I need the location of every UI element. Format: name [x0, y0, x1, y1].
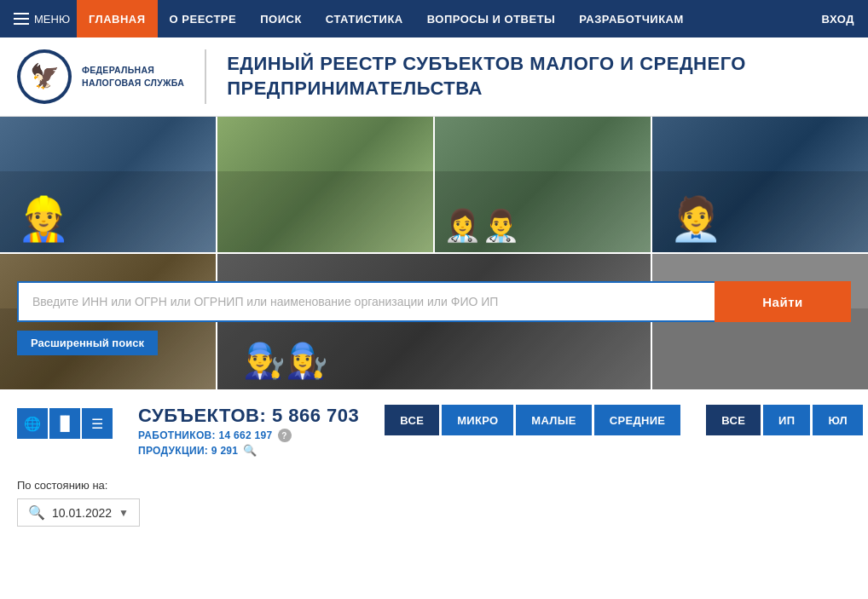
menu-label: МЕНЮ — [34, 13, 70, 26]
date-search-icon: 🔍 — [28, 504, 45, 521]
filter-tab-ip[interactable]: ИП — [763, 405, 810, 435]
filter-tab-small[interactable]: МАЛЫЕ — [516, 405, 591, 435]
photo-1 — [0, 117, 216, 252]
date-section: По состоянию на: 🔍 10.01.2022 ▼ — [0, 465, 868, 544]
workers-info-icon[interactable]: ? — [278, 429, 292, 442]
size-filter-tabs: ВСЕ МИКРО МАЛЫЕ СРЕДНИЕ — [385, 405, 680, 435]
date-value: 10.01.2022 — [52, 506, 112, 520]
view-chart-button[interactable]: ▐▌ — [49, 408, 80, 439]
photo-2 — [217, 117, 433, 252]
chart-icon: ▐▌ — [55, 416, 75, 431]
view-list-button[interactable]: ☰ — [82, 408, 113, 439]
nav-item-dev[interactable]: РАЗРАБОТЧИКАМ — [567, 0, 696, 37]
photo-mosaic: Найти Расширенный поиск — [0, 117, 868, 389]
stats-section: 🌐 ▐▌ ☰ СУБЪЕКТОВ: 5 866 703 РАБОТНИКОВ: … — [0, 389, 868, 465]
filter-tab-all[interactable]: ВСЕ — [385, 405, 439, 435]
type-filter-tabs: ВСЕ ИП ЮЛ — [706, 405, 863, 435]
filter-tab-ul[interactable]: ЮЛ — [813, 405, 863, 435]
view-globe-button[interactable]: 🌐 — [17, 408, 48, 439]
workers-line: РАБОТНИКОВ: 14 662 197 ? — [138, 429, 359, 442]
date-label: По состоянию на: — [17, 479, 851, 492]
search-button[interactable]: Найти — [715, 281, 851, 322]
nav-item-faq[interactable]: ВОПРОСЫ И ОТВЕТЫ — [415, 0, 568, 37]
search-overlay: Найти Расширенный поиск — [17, 281, 851, 355]
globe-icon: 🌐 — [24, 416, 41, 432]
date-selector[interactable]: 🔍 10.01.2022 ▼ — [17, 498, 140, 527]
search-row: Найти — [17, 281, 851, 322]
page-header: 🦅 ФЕДЕРАЛЬНАЯНАЛОГОВАЯ СЛУЖБА ЕДИНЫЙ РЕЕ… — [0, 37, 868, 117]
menu-button[interactable]: МЕНЮ — [14, 13, 70, 26]
view-toggle: 🌐 ▐▌ ☰ — [17, 408, 113, 439]
chevron-down-icon: ▼ — [119, 507, 129, 519]
stats-numbers: СУБЪЕКТОВ: 5 866 703 РАБОТНИКОВ: 14 662 … — [138, 405, 359, 457]
filter-tab-micro[interactable]: МИКРО — [442, 405, 513, 435]
logo-circle: 🦅 — [17, 49, 72, 104]
photo-3 — [435, 117, 651, 252]
logo-text: ФЕДЕРАЛЬНАЯНАЛОГОВАЯ СЛУЖБА — [82, 64, 184, 89]
filter-tab-medium[interactable]: СРЕДНИЕ — [594, 405, 681, 435]
subjects-count: СУБЪЕКТОВ: 5 866 703 — [138, 405, 359, 427]
nav-item-search[interactable]: ПОИСК — [248, 0, 314, 37]
logo-area: 🦅 ФЕДЕРАЛЬНАЯНАЛОГОВАЯ СЛУЖБА — [17, 49, 206, 104]
products-search-icon[interactable]: 🔍 — [243, 444, 257, 457]
search-input[interactable] — [17, 281, 715, 322]
products-line: ПРОДУКЦИИ: 9 291 🔍 — [138, 444, 359, 457]
top-navigation: МЕНЮ ГЛАВНАЯ О РЕЕСТРЕ ПОИСК СТАТИСТИКА … — [0, 0, 868, 37]
login-button[interactable]: ВХОД — [822, 13, 854, 26]
filter-tab-all2[interactable]: ВСЕ — [706, 405, 761, 435]
nav-item-about[interactable]: О РЕЕСТРЕ — [158, 0, 249, 37]
hamburger-icon — [14, 13, 29, 25]
logo-eagle-icon: 🦅 — [30, 65, 60, 89]
photo-4 — [652, 117, 868, 252]
list-icon: ☰ — [91, 416, 103, 432]
page-title: ЕДИНЫЙ РЕЕСТР СУБЪЕКТОВ МАЛОГО И СРЕДНЕГ… — [206, 52, 746, 101]
nav-item-stats[interactable]: СТАТИСТИКА — [314, 0, 415, 37]
advanced-search-button[interactable]: Расширенный поиск — [17, 331, 158, 355]
nav-item-main[interactable]: ГЛАВНАЯ — [77, 0, 158, 37]
